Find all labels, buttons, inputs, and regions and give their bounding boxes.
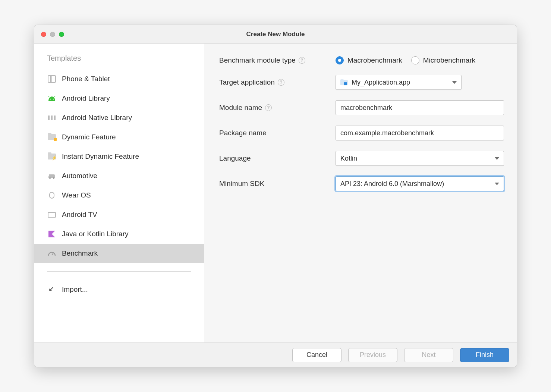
- template-label: Dynamic Feature: [62, 133, 116, 141]
- template-label: Java or Kotlin Library: [62, 230, 128, 238]
- label-language: Language: [219, 154, 331, 162]
- svg-point-7: [49, 177, 51, 179]
- input-package-name[interactable]: com.example.macrobenchmark: [336, 126, 504, 140]
- help-icon[interactable]: ?: [265, 104, 272, 111]
- template-automotive[interactable]: Automotive: [34, 166, 204, 186]
- label-min-sdk: Minimum SDK: [219, 180, 331, 188]
- app-module-icon: [340, 79, 348, 85]
- dialog-footer: Cancel Previous Next Finish: [34, 342, 517, 367]
- template-label: Wear OS: [62, 191, 91, 199]
- row-min-sdk: Minimum SDK API 23: Android 6.0 (Marshma…: [219, 176, 504, 191]
- import-icon: [47, 285, 57, 294]
- chevron-down-icon: [495, 157, 499, 160]
- svg-line-10: [52, 253, 53, 255]
- template-label: Android TV: [62, 211, 97, 219]
- svg-rect-6: [54, 116, 56, 120]
- cancel-button[interactable]: Cancel: [292, 348, 341, 362]
- template-label: Phone & Tablet: [62, 75, 110, 83]
- svg-rect-4: [48, 116, 50, 120]
- radio-indicator: [336, 56, 344, 64]
- radio-macrobenchmark[interactable]: Macrobenchmark: [336, 56, 402, 64]
- form-panel: Benchmark module type ? Macrobenchmark M…: [204, 44, 517, 342]
- template-list: Phone & Tablet Android Library Android N…: [34, 69, 204, 263]
- label-package-name: Package name: [219, 129, 331, 137]
- svg-point-0: [50, 99, 51, 99]
- template-label: Benchmark: [62, 249, 98, 257]
- svg-rect-5: [51, 116, 53, 120]
- svg-point-8: [53, 177, 54, 179]
- template-dynamic-feature[interactable]: Dynamic Feature: [34, 127, 204, 147]
- template-java-kotlin-library[interactable]: Java or Kotlin Library: [34, 224, 204, 244]
- template-label: Instant Dynamic Feature: [62, 152, 139, 161]
- phone-tablet-icon: [47, 75, 57, 83]
- svg-point-1: [53, 99, 54, 99]
- dialog-body: Templates Phone & Tablet Android Library: [34, 44, 517, 342]
- tv-icon: [47, 211, 57, 219]
- select-min-sdk[interactable]: API 23: Android 6.0 (Marshmallow): [336, 176, 504, 191]
- sidebar-divider: [47, 271, 191, 272]
- import-label: Import...: [62, 285, 88, 294]
- sidebar-header: Templates: [34, 54, 204, 69]
- previous-button: Previous: [348, 348, 397, 362]
- template-instant-dynamic-feature[interactable]: ⚡ Instant Dynamic Feature: [34, 147, 204, 166]
- dynamic-feature-icon: [47, 133, 57, 141]
- native-icon: [47, 114, 57, 122]
- radio-indicator: [411, 56, 419, 64]
- row-language: Language Kotlin: [219, 151, 504, 166]
- templates-sidebar: Templates Phone & Tablet Android Library: [34, 44, 204, 342]
- import-item[interactable]: Import...: [34, 280, 204, 299]
- template-android-tv[interactable]: Android TV: [34, 205, 204, 224]
- help-icon[interactable]: ?: [299, 57, 305, 64]
- row-module-type: Benchmark module type ? Macrobenchmark M…: [219, 56, 504, 64]
- template-label: Android Library: [62, 94, 110, 102]
- template-wear-os[interactable]: Wear OS: [34, 186, 204, 205]
- help-icon[interactable]: ?: [278, 79, 284, 86]
- select-language[interactable]: Kotlin: [336, 151, 504, 166]
- finish-button[interactable]: Finish: [460, 348, 509, 362]
- row-package-name: Package name com.example.macrobenchmark: [219, 126, 504, 140]
- label-target-app: Target application ?: [219, 78, 331, 86]
- template-android-native-library[interactable]: Android Native Library: [34, 108, 204, 127]
- template-label: Android Native Library: [62, 114, 132, 122]
- svg-line-2: [48, 96, 49, 97]
- next-button: Next: [404, 348, 453, 362]
- chevron-down-icon: [452, 81, 457, 84]
- template-benchmark[interactable]: Benchmark: [34, 244, 204, 263]
- car-icon: [47, 172, 57, 180]
- watch-icon: [47, 191, 57, 199]
- svg-line-3: [54, 96, 55, 97]
- input-module-name[interactable]: macrobenchmark: [336, 100, 504, 115]
- row-module-name: Module name ? macrobenchmark: [219, 100, 504, 115]
- instant-dynamic-feature-icon: ⚡: [47, 152, 57, 161]
- label-module-type: Benchmark module type ?: [219, 56, 331, 64]
- template-label: Automotive: [62, 172, 97, 180]
- select-target-app[interactable]: My_Application.app: [336, 75, 462, 90]
- gauge-icon: [47, 249, 57, 257]
- window-title: Create New Module: [34, 31, 517, 38]
- dialog-window: Create New Module Templates Phone & Tabl…: [34, 25, 517, 367]
- android-icon: [47, 94, 57, 102]
- row-target-app: Target application ? My_Application.app: [219, 75, 504, 90]
- chevron-down-icon: [495, 183, 499, 185]
- label-module-name: Module name ?: [219, 104, 331, 112]
- template-android-library[interactable]: Android Library: [34, 89, 204, 108]
- radio-microbenchmark[interactable]: Microbenchmark: [411, 56, 475, 64]
- svg-marker-9: [48, 231, 55, 237]
- titlebar: Create New Module: [34, 25, 517, 44]
- template-phone-tablet[interactable]: Phone & Tablet: [34, 69, 204, 89]
- kotlin-icon: [47, 230, 57, 238]
- radio-group-module-type: Macrobenchmark Microbenchmark: [336, 56, 475, 64]
